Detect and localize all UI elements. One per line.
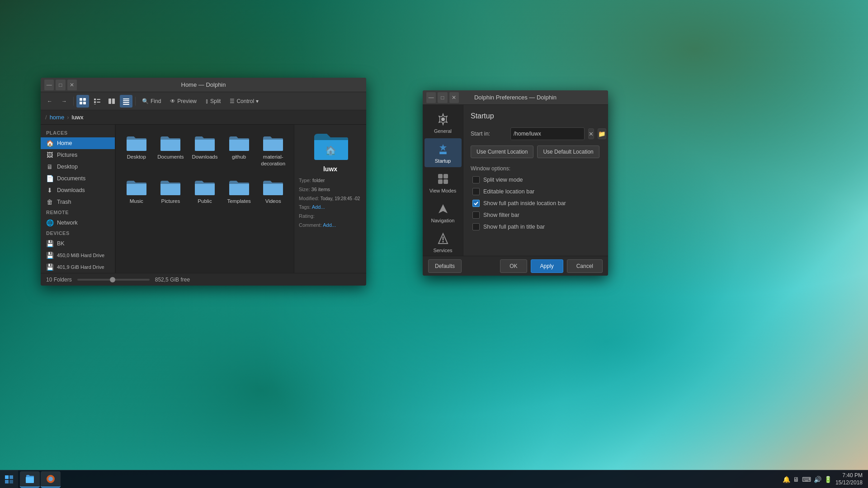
taskbar-start-button[interactable] <box>0 470 18 488</box>
status-free: 852,5 GiB free <box>155 277 190 283</box>
back-btn[interactable]: ← <box>43 94 56 108</box>
preview-btn[interactable]: 👁 Preview <box>166 94 200 108</box>
zoom-slider-thumb[interactable] <box>110 277 115 282</box>
prefs-defaults-btn[interactable]: Defaults <box>428 259 462 273</box>
tags-add-link[interactable]: Add... <box>312 204 325 210</box>
svg-rect-5 <box>97 99 100 100</box>
sidebar-item-desktop[interactable]: 🖥 Desktop <box>41 161 115 173</box>
sidebar-item-downloads[interactable]: ⬇ Downloads <box>41 184 115 196</box>
file-item-downloads[interactable]: Downloads <box>189 130 220 171</box>
breadcrumb-luwx[interactable]: luwx <box>72 114 84 121</box>
checkbox-row-editable[interactable]: Editable location bar <box>471 188 601 195</box>
dolphin-minimize-btn[interactable]: — <box>44 80 54 90</box>
sidebar-item-pictures[interactable]: 🖼 Pictures <box>41 149 115 161</box>
sidebar-item-bk[interactable]: 💾 BK <box>41 238 115 249</box>
file-item-documents[interactable]: Documents <box>156 130 186 171</box>
checkbox-titlepath[interactable] <box>472 223 480 230</box>
remote-title: Remote <box>41 208 115 217</box>
start-in-input[interactable] <box>510 127 585 140</box>
svg-rect-14 <box>123 104 129 105</box>
prefs-ok-btn[interactable]: OK <box>500 259 527 273</box>
file-name-videos: Videos <box>265 198 281 205</box>
compact-view-btn[interactable] <box>91 95 104 108</box>
prefs-nav-startup[interactable]: Startup <box>425 138 462 167</box>
taskbar-app-firefox[interactable] <box>41 471 61 488</box>
dolphin-close-btn[interactable]: ✕ <box>67 80 77 90</box>
svg-rect-1 <box>83 98 86 101</box>
checkbox-split-view[interactable] <box>472 176 480 183</box>
sidebar-item-drive-1[interactable]: 💾 450,0 MiB Hard Drive <box>41 249 115 261</box>
file-item-public[interactable]: Public <box>189 174 220 208</box>
start-in-clear-btn[interactable]: ✕ <box>588 128 594 139</box>
prefs-close-btn[interactable]: ✕ <box>449 92 459 103</box>
sidebar-divider[interactable] <box>115 125 116 273</box>
prefs-minimize-btn[interactable]: — <box>426 92 436 103</box>
svg-rect-10 <box>112 99 115 104</box>
svg-rect-22 <box>443 179 448 184</box>
prefs-nav-navigation[interactable]: Navigation <box>425 198 462 227</box>
prefs-cancel-btn[interactable]: Cancel <box>567 259 603 273</box>
checkbox-editable-loc[interactable] <box>472 188 480 195</box>
prefs-maximize-btn[interactable]: □ <box>438 92 447 103</box>
sidebar-item-trash[interactable]: 🗑 Trash <box>41 196 115 208</box>
zoom-slider[interactable] <box>77 279 150 281</box>
forward-btn[interactable]: → <box>58 94 71 108</box>
svg-point-16 <box>441 117 445 121</box>
comment-add-link[interactable]: Add... <box>323 222 336 228</box>
prefs-nav-services[interactable]: Services <box>425 228 462 256</box>
split-view-btn[interactable] <box>105 95 118 108</box>
dolphin-toolbar: ← → <box>41 92 366 110</box>
dolphin-window: — □ ✕ Home — Dolphin ← → <box>41 78 366 286</box>
checkbox-row-titlepath[interactable]: Show full path in title bar <box>471 223 601 230</box>
file-item-material-decoration[interactable]: material-decoration <box>258 130 288 171</box>
file-name-public: Public <box>198 198 212 205</box>
control-btn[interactable]: ☰ Control ▾ <box>226 94 262 108</box>
start-in-label: Start in: <box>471 131 507 137</box>
clock-date: 15/12/2018 <box>835 479 863 487</box>
prefs-services-label: Services <box>433 248 452 253</box>
file-item-desktop[interactable]: Desktop <box>121 130 152 171</box>
home-icon: 🏠 <box>46 140 53 147</box>
checkbox-row-filterbar[interactable]: Show filter bar <box>471 211 601 219</box>
volume-icon: 🔊 <box>814 476 821 483</box>
file-item-music[interactable]: Music <box>121 174 152 208</box>
prefs-nav-general[interactable]: General <box>425 108 462 137</box>
split-btn[interactable]: ⫿ Split <box>202 94 224 108</box>
taskbar-app-files[interactable] <box>20 471 40 488</box>
file-name-desktop: Desktop <box>127 154 146 160</box>
folder-icon-documents <box>160 134 181 152</box>
sidebar-item-drive-2[interactable]: 💾 401,9 GiB Hard Drive <box>41 261 115 273</box>
checkbox-row-split[interactable]: Split view mode <box>471 176 601 183</box>
sidebar-item-home[interactable]: 🏠 Home <box>41 137 115 149</box>
preview-folder-icon: 🏠 <box>312 130 349 162</box>
taskbar-clock[interactable]: 7:40 PM 15/12/2018 <box>835 472 863 486</box>
checkbox-fullpath[interactable] <box>472 200 480 207</box>
sidebar-item-documents[interactable]: 📄 Documents <box>41 173 115 184</box>
prefs-main-area: General Startup <box>423 105 608 256</box>
breadcrumb-home[interactable]: home <box>50 114 65 121</box>
file-item-pictures[interactable]: Pictures <box>156 174 186 208</box>
prefs-nav-viewmodes[interactable]: View Modes <box>425 168 462 197</box>
clock-time: 7:40 PM <box>835 472 863 479</box>
start-in-browse-btn[interactable]: 📁 <box>598 128 606 139</box>
dolphin-maximize-btn[interactable]: □ <box>56 80 65 90</box>
sidebar-item-network[interactable]: 🌐 Network <box>41 217 115 229</box>
prefs-apply-btn[interactable]: Apply <box>531 259 563 273</box>
svg-rect-17 <box>439 152 447 153</box>
taskbar-apps-area <box>18 470 62 488</box>
icon-view-btn[interactable] <box>76 95 89 108</box>
find-btn[interactable]: 🔍 Find <box>138 94 165 108</box>
checkbox-editable-label: Editable location bar <box>483 188 534 195</box>
file-item-videos[interactable]: Videos <box>258 174 288 208</box>
use-current-location-btn[interactable]: Use Current Location <box>471 145 533 158</box>
detail-view-btn[interactable] <box>120 95 132 108</box>
use-default-location-btn[interactable]: Use Default Location <box>537 145 599 158</box>
file-item-templates[interactable]: Templates <box>224 174 255 208</box>
folder-icon-github <box>228 134 250 152</box>
checkbox-row-fullpath[interactable]: Show full path inside location bar <box>471 200 601 207</box>
prefs-content-area: Startup Start in: ✕ 📁 Use Current Locati… <box>463 105 608 256</box>
file-item-github[interactable]: github <box>224 130 255 171</box>
checkbox-filterbar[interactable] <box>472 211 480 219</box>
prefs-general-label: General <box>434 128 452 134</box>
dolphin-title: Home — Dolphin <box>77 81 330 88</box>
